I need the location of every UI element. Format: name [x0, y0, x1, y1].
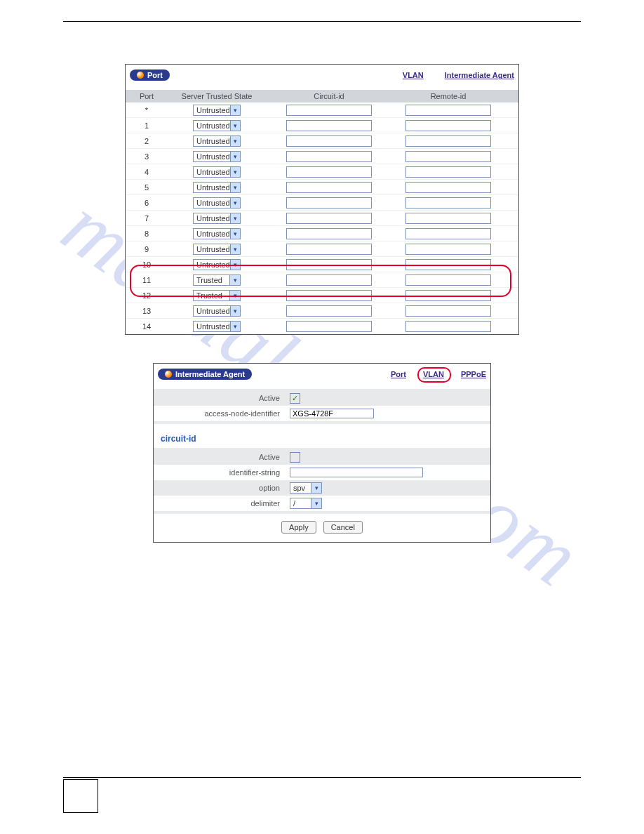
trusted-state-select[interactable]: Untrusted▾ — [193, 321, 241, 332]
trusted-state-select[interactable]: Untrusted▾ — [193, 182, 241, 193]
nav-port-link[interactable]: Port — [391, 370, 406, 378]
circuit-id-cell — [266, 305, 392, 317]
trusted-state-select[interactable]: Untrusted▾ — [193, 105, 241, 116]
port-cell: 14 — [126, 322, 168, 331]
chevron-down-icon: ▾ — [230, 229, 240, 239]
circuit-active-row: Active — [154, 449, 490, 465]
circuit-id-input[interactable] — [286, 213, 372, 224]
table-row: 1Untrusted▾ — [126, 118, 518, 133]
remote-id-cell — [392, 244, 504, 255]
circuit-active-checkbox[interactable] — [290, 452, 300, 463]
trusted-state-select[interactable]: Trusted▾ — [193, 274, 241, 286]
circuit-id-input[interactable] — [286, 151, 372, 162]
circuit-id-cell — [266, 244, 392, 255]
table-row: 7Untrusted▾ — [126, 211, 518, 226]
circuit-id-input[interactable] — [286, 305, 372, 317]
trusted-state-select[interactable]: Untrusted▾ — [193, 120, 241, 131]
chevron-down-icon: ▾ — [230, 244, 240, 254]
circuit-id-input[interactable] — [286, 166, 372, 178]
state-cell: Untrusted▾ — [168, 151, 266, 162]
nav-vlan-link[interactable]: VLAN — [403, 71, 424, 79]
chevron-down-icon: ▾ — [230, 183, 240, 192]
remote-id-input[interactable] — [405, 135, 491, 147]
header-remote: Remote-id — [392, 92, 504, 100]
port-cell: 11 — [126, 276, 168, 284]
trusted-state-select[interactable]: Untrusted▾ — [193, 244, 241, 255]
circuit-id-input[interactable] — [286, 120, 372, 131]
remote-id-input[interactable] — [405, 259, 491, 270]
remote-id-input[interactable] — [405, 166, 491, 178]
circuit-id-input[interactable] — [286, 135, 372, 147]
remote-id-input[interactable] — [405, 151, 491, 162]
remote-id-cell — [392, 166, 504, 178]
circuit-id-input[interactable] — [286, 274, 372, 286]
header-state: Server Trusted State — [168, 92, 266, 100]
cancel-button[interactable]: Cancel — [323, 521, 363, 534]
trusted-state-value: Trusted — [196, 276, 222, 284]
trusted-state-value: Untrusted — [196, 245, 230, 253]
remote-id-input[interactable] — [405, 244, 491, 255]
circuit-id-input[interactable] — [286, 290, 372, 301]
circuit-id-input[interactable] — [286, 182, 372, 193]
port-pill: Port — [130, 70, 170, 81]
table-row: 14Untrusted▾ — [126, 319, 518, 334]
circuit-id-input[interactable] — [286, 197, 372, 208]
nav-vlan-link[interactable]: VLAN — [423, 370, 444, 378]
trusted-state-select[interactable]: Untrusted▾ — [193, 135, 241, 147]
circuit-id-input[interactable] — [286, 244, 372, 255]
port-cell: 4 — [126, 168, 168, 176]
nav-pppoe-link[interactable]: PPPoE — [461, 370, 486, 378]
port-rows: *Untrusted▾1Untrusted▾2Untrusted▾3Untrus… — [126, 102, 518, 334]
remote-id-input[interactable] — [405, 321, 491, 332]
remote-id-cell — [392, 135, 504, 147]
trusted-state-select[interactable]: Untrusted▾ — [193, 197, 241, 208]
nav-intermediate-agent-link[interactable]: Intermediate Agent — [445, 71, 514, 79]
remote-id-input[interactable] — [405, 120, 491, 131]
ani-label: access-node-identifier — [154, 409, 290, 418]
state-cell: Untrusted▾ — [168, 120, 266, 131]
circuit-delim-row: delimiter / ▾ — [154, 496, 490, 511]
remote-id-input[interactable] — [405, 305, 491, 317]
trusted-state-value: Untrusted — [196, 260, 230, 269]
top-divider — [63, 21, 581, 22]
table-row: *Untrusted▾ — [126, 102, 518, 118]
circuit-id-input[interactable] — [286, 105, 372, 116]
trusted-state-select[interactable]: Untrusted▾ — [193, 259, 241, 270]
chevron-down-icon: ▾ — [229, 275, 240, 285]
chevron-down-icon: ▾ — [230, 167, 240, 177]
remote-id-input[interactable] — [405, 197, 491, 208]
circuit-id-input[interactable] — [286, 259, 372, 270]
trusted-state-value: Trusted — [196, 291, 222, 300]
port-cell: * — [126, 106, 168, 114]
remote-id-input[interactable] — [405, 290, 491, 301]
circuit-id-input[interactable] — [286, 228, 372, 239]
remote-id-input[interactable] — [405, 213, 491, 224]
port-cell: 5 — [126, 183, 168, 192]
identifier-string-input[interactable] — [290, 468, 423, 477]
remote-id-input[interactable] — [405, 228, 491, 239]
option-select[interactable]: spv ▾ — [290, 482, 322, 494]
active-checkbox[interactable]: ✓ — [290, 393, 300, 404]
trusted-state-select[interactable]: Untrusted▾ — [193, 151, 241, 162]
agent-panel-bar: Intermediate Agent Port VLAN PPPoE — [154, 364, 490, 385]
circuit-id-input[interactable] — [286, 321, 372, 332]
state-cell: Untrusted▾ — [168, 259, 266, 270]
remote-id-input[interactable] — [405, 182, 491, 193]
chevron-down-icon: ▾ — [230, 152, 240, 161]
state-cell: Untrusted▾ — [168, 305, 266, 317]
ani-input[interactable] — [290, 409, 374, 418]
apply-button[interactable]: Apply — [281, 521, 316, 534]
trusted-state-select[interactable]: Untrusted▾ — [193, 305, 241, 317]
trusted-state-select[interactable]: Trusted▾ — [193, 290, 241, 301]
trusted-state-select[interactable]: Untrusted▾ — [193, 166, 241, 178]
pill-dot-icon — [137, 72, 144, 79]
port-cell: 6 — [126, 199, 168, 207]
trusted-state-value: Untrusted — [196, 152, 230, 161]
remote-id-input[interactable] — [405, 105, 491, 116]
state-cell: Untrusted▾ — [168, 182, 266, 193]
delimiter-select[interactable]: / ▾ — [290, 498, 322, 509]
remote-id-input[interactable] — [405, 274, 491, 286]
trusted-state-select[interactable]: Untrusted▾ — [193, 213, 241, 224]
port-cell: 1 — [126, 121, 168, 130]
trusted-state-select[interactable]: Untrusted▾ — [193, 228, 241, 239]
